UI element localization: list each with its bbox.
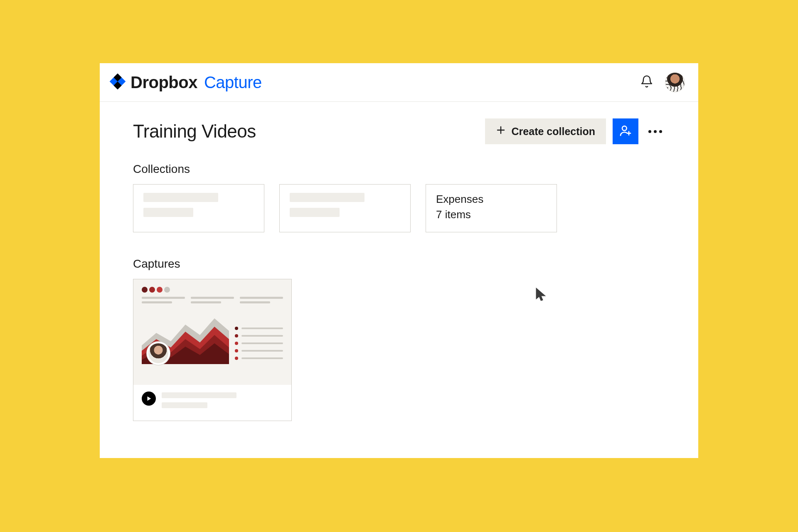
collection-subtitle: 7 items — [436, 208, 547, 221]
app-header: Dropbox Capture — [100, 63, 698, 102]
main-content: Training Videos Create collection — [100, 102, 698, 421]
capture-thumbnail — [133, 279, 291, 385]
capture-footer — [133, 385, 291, 421]
more-options-button[interactable] — [645, 118, 665, 144]
thumb-decor-columns — [142, 297, 283, 306]
create-collection-label: Create collection — [512, 126, 595, 138]
brand-product: Capture — [204, 73, 262, 92]
notifications-icon[interactable] — [640, 75, 653, 90]
page-actions: Create collection — [485, 118, 665, 144]
create-collection-button[interactable]: Create collection — [485, 118, 606, 144]
placeholder-line — [290, 208, 340, 217]
captures-heading: Captures — [133, 257, 665, 271]
page-title: Training Videos — [133, 121, 256, 142]
user-avatar[interactable] — [665, 72, 685, 92]
header-actions — [640, 72, 685, 92]
share-button[interactable] — [613, 118, 638, 144]
collection-card-expenses[interactable]: Expenses 7 items — [426, 184, 557, 232]
placeholder-line — [143, 208, 193, 217]
thumb-decor-dots — [142, 287, 283, 293]
person-add-icon — [619, 124, 632, 139]
thumb-bullets — [235, 327, 283, 364]
capture-card[interactable] — [133, 279, 292, 421]
thumb-body — [142, 310, 283, 364]
brand[interactable]: Dropbox Capture — [109, 73, 262, 92]
collection-card-placeholder[interactable] — [279, 184, 411, 232]
collections-list: Expenses 7 items — [133, 184, 665, 232]
more-horizontal-icon — [648, 130, 662, 133]
placeholder-line — [143, 193, 218, 202]
collection-card-placeholder[interactable] — [133, 184, 264, 232]
collections-heading: Collections — [133, 163, 665, 176]
dropbox-logo-icon — [109, 73, 126, 92]
title-row: Training Videos Create collection — [133, 118, 665, 144]
presenter-avatar — [147, 342, 170, 365]
collection-title: Expenses — [436, 193, 547, 206]
app-window: Dropbox Capture Training Videos — [100, 63, 698, 458]
plus-icon — [496, 125, 506, 138]
placeholder-line — [290, 193, 365, 202]
svg-marker-12 — [148, 397, 151, 401]
capture-meta-placeholder — [162, 392, 283, 412]
svg-point-5 — [622, 126, 627, 131]
play-icon — [142, 392, 156, 406]
brand-name: Dropbox — [131, 73, 197, 92]
